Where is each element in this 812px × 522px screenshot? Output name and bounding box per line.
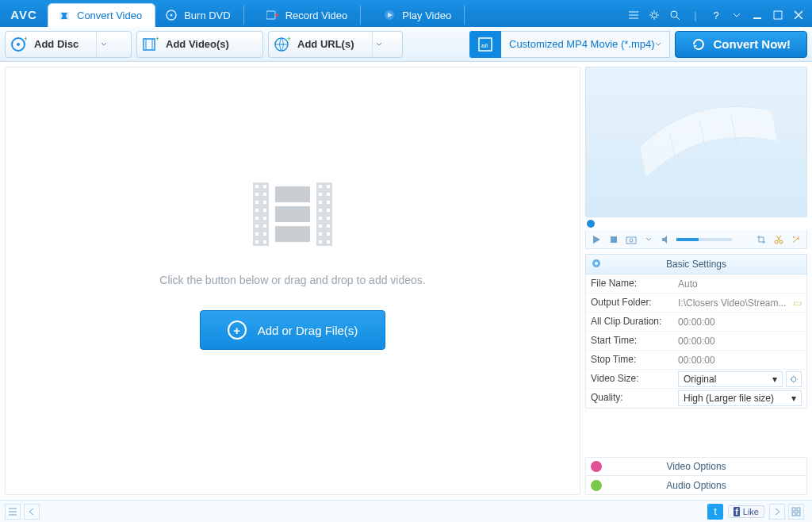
- add-urls-button[interactable]: + Add URL(s): [268, 31, 403, 58]
- convert-now-button[interactable]: Convert Now!: [675, 31, 808, 58]
- chevron-down-icon[interactable]: [642, 232, 656, 247]
- svg-rect-23: [255, 201, 259, 204]
- filmstrip-icon: [586, 67, 806, 217]
- play-icon[interactable]: [589, 232, 603, 247]
- svg-rect-36: [327, 185, 330, 188]
- chevron-down-icon[interactable]: [96, 32, 110, 57]
- folder-icon[interactable]: ▭: [793, 297, 802, 309]
- format-label: Customized MP4 Movie (*.mp4): [509, 38, 655, 50]
- grid-view-icon[interactable]: [788, 504, 804, 520]
- svg-rect-11: [144, 39, 155, 50]
- svg-point-60: [798, 238, 799, 240]
- minimize-icon[interactable]: [750, 8, 764, 22]
- svg-rect-48: [327, 232, 330, 236]
- timeline-knob-icon[interactable]: [587, 220, 595, 228]
- svg-rect-53: [275, 226, 310, 242]
- row-quality: Quality:High (Larger file size)▾: [586, 389, 806, 408]
- add-files-button[interactable]: + Add or Drag File(s): [200, 310, 386, 350]
- row-video-size: Video Size:Original▾: [586, 370, 806, 389]
- svg-rect-51: [275, 186, 310, 202]
- snapshot-icon[interactable]: [624, 232, 638, 247]
- video-size-select[interactable]: Original▾: [678, 371, 783, 387]
- next-icon[interactable]: [769, 504, 785, 520]
- format-dropdown[interactable]: Customized MP4 Movie (*.mp4): [501, 31, 670, 58]
- title-bar: AVC Convert Video Burn DVD Record Video: [0, 0, 812, 27]
- chevron-down-icon[interactable]: [730, 8, 744, 22]
- svg-rect-20: [263, 185, 266, 188]
- main-area: Click the button below or drag and drop …: [0, 62, 812, 500]
- svg-rect-55: [626, 237, 636, 244]
- volume-slider[interactable]: [676, 238, 732, 241]
- cut-icon[interactable]: [772, 232, 786, 247]
- stop-icon[interactable]: [607, 232, 621, 247]
- add-videos-button[interactable]: + Add Video(s): [136, 31, 263, 58]
- svg-rect-42: [327, 209, 330, 212]
- help-icon[interactable]: ?: [709, 8, 723, 22]
- prev-icon[interactable]: [24, 504, 40, 520]
- svg-rect-37: [319, 193, 322, 196]
- twitter-button[interactable]: t: [707, 504, 723, 520]
- tab-record-video[interactable]: Record Video: [257, 3, 374, 27]
- effects-icon[interactable]: [789, 232, 803, 247]
- search-icon[interactable]: [668, 8, 682, 22]
- audio-options-header[interactable]: Audio Options: [585, 476, 807, 495]
- facebook-like-button[interactable]: f Like: [728, 505, 764, 518]
- video-options-header[interactable]: Video Options: [585, 457, 807, 476]
- maximize-icon[interactable]: [771, 8, 785, 22]
- tab-separator: [243, 6, 244, 25]
- drop-zone[interactable]: Click the button below or drag and drop …: [5, 67, 580, 495]
- chevron-down-icon[interactable]: [372, 32, 386, 57]
- svg-rect-66: [792, 512, 795, 516]
- preview-controls: [585, 230, 807, 249]
- divider-icon: |: [688, 8, 703, 22]
- svg-text:+: +: [155, 36, 159, 43]
- list-view-icon[interactable]: [5, 504, 21, 520]
- close-icon[interactable]: [791, 8, 806, 22]
- svg-rect-41: [319, 209, 322, 212]
- video-options-icon: [591, 461, 602, 472]
- tab-burn-dvd[interactable]: Burn DVD: [155, 3, 257, 27]
- volume-icon[interactable]: [659, 232, 673, 247]
- preview-pane: [585, 67, 807, 217]
- svg-point-59: [793, 236, 795, 238]
- tab-convert-video[interactable]: Convert Video: [48, 3, 155, 27]
- status-bar: t f Like: [0, 500, 812, 522]
- tab-separator: [360, 6, 361, 25]
- svg-rect-27: [255, 217, 259, 220]
- add-disc-button[interactable]: + Add Disc: [5, 31, 132, 58]
- video-size-settings-button[interactable]: [786, 371, 802, 387]
- svg-rect-54: [611, 236, 617, 243]
- svg-rect-30: [263, 225, 266, 228]
- row-all-clip-duration: All Clip Duration:00:00:00: [586, 313, 806, 332]
- preview-timeline[interactable]: [585, 217, 807, 230]
- row-file-name: File Name:Auto: [586, 274, 806, 294]
- facebook-icon: f: [733, 507, 740, 516]
- options-group: Video Options Audio Options: [585, 457, 807, 495]
- gear-icon[interactable]: [647, 8, 661, 22]
- svg-rect-43: [319, 217, 322, 220]
- svg-rect-19: [255, 185, 259, 188]
- button-label: Add or Drag File(s): [258, 324, 358, 337]
- svg-rect-29: [255, 225, 259, 228]
- menu-icon[interactable]: [626, 8, 641, 22]
- svg-rect-52: [275, 206, 310, 222]
- svg-point-5: [652, 13, 657, 17]
- tab-label: Play Video: [402, 10, 451, 21]
- output-format-selector[interactable]: all Customized MP4 Movie (*.mp4): [469, 31, 670, 58]
- row-start-time: Start Time:00:00:00: [586, 332, 806, 351]
- basic-settings-header[interactable]: Basic Settings: [585, 254, 807, 274]
- tab-strip: Convert Video Burn DVD Record Video Play…: [48, 0, 620, 27]
- svg-rect-31: [255, 232, 259, 236]
- crop-icon[interactable]: [754, 232, 768, 247]
- window-controls: | ?: [620, 8, 812, 27]
- toolbar: + Add Disc + Add Video(s) + Add URL(s) a…: [0, 27, 812, 62]
- svg-rect-50: [327, 240, 330, 244]
- convert-icon: [58, 10, 71, 22]
- svg-rect-67: [797, 512, 800, 516]
- play-icon: [383, 9, 396, 21]
- quality-select[interactable]: High (Larger file size)▾: [678, 390, 802, 406]
- svg-rect-44: [327, 217, 330, 220]
- svg-point-1: [170, 14, 173, 17]
- svg-rect-64: [792, 508, 795, 511]
- tab-play-video[interactable]: Play Video: [373, 3, 477, 27]
